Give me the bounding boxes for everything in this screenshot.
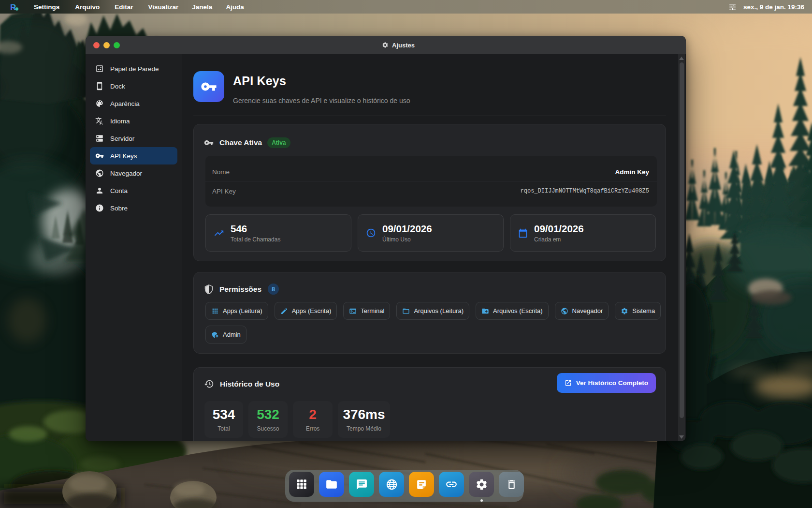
svg-text:R: R [10,3,16,11]
